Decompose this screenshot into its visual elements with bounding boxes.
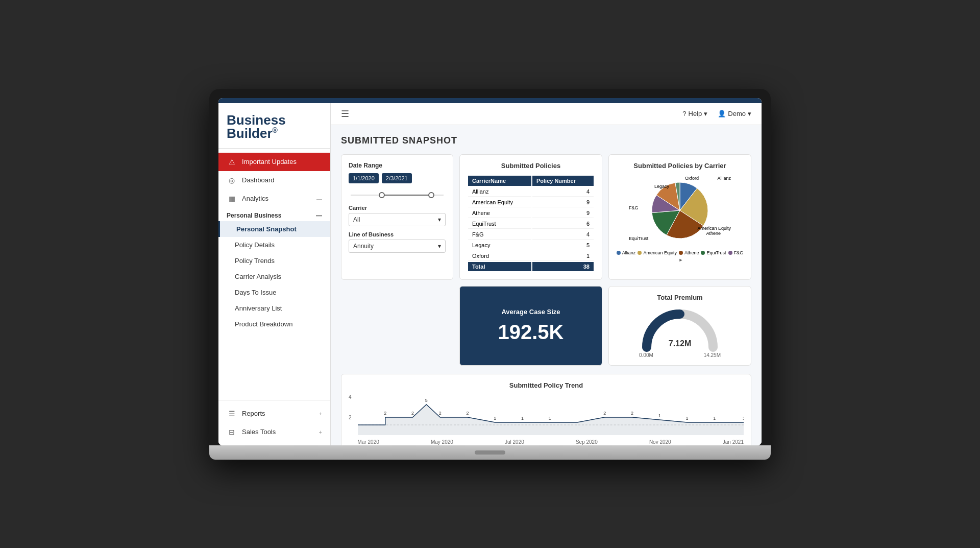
sidebar-item-days-to-issue[interactable]: Days To Issue <box>218 284 330 300</box>
sales-tools-icon: ⊟ <box>227 428 237 436</box>
legend-dot-athene <box>679 251 683 255</box>
trend-chart-wrapper: 2 2 5 2 2 1 1 1 2 <box>358 394 744 445</box>
top-bar <box>218 98 762 103</box>
svg-text:1: 1 <box>494 415 496 420</box>
logo-line2: Builder <box>227 126 273 141</box>
legend-dot-equitrust <box>701 251 705 255</box>
col-policy-number: Policy Number <box>532 176 594 186</box>
analytics-icon: ▦ <box>227 195 237 203</box>
svg-text:7.12M: 7.12M <box>669 339 691 348</box>
sidebar-item-anniversary-list[interactable]: Anniversary List <box>218 300 330 316</box>
sidebar-item-important-updates[interactable]: ⚠ Important Updates <box>218 153 330 171</box>
sidebar-item-analytics[interactable]: ▦ Analytics — <box>218 189 330 208</box>
policies-title: Submitted Policies <box>467 162 595 170</box>
svg-text:1: 1 <box>685 415 688 420</box>
svg-text:2: 2 <box>384 410 386 415</box>
sidebar-item-sales-tools[interactable]: ⊟ Sales Tools + <box>218 423 330 441</box>
legend-allianz: Allianz <box>617 250 636 255</box>
reports-expand: + <box>319 411 322 417</box>
pie-wrapper: Oxford Legacy Allianz F&G American Equit… <box>629 175 731 246</box>
label-oxford: Oxford <box>685 176 699 181</box>
lob-select[interactable]: Annuity ▾ <box>349 240 446 253</box>
svg-text:2: 2 <box>466 410 469 415</box>
sales-tools-expand: + <box>319 429 322 435</box>
sidebar-item-dashboard[interactable]: ◎ Dashboard <box>218 171 330 189</box>
table-row: F&G4 <box>468 230 594 240</box>
date-slider[interactable] <box>349 188 446 205</box>
gauge-min: 0.00M <box>639 352 653 358</box>
premium-title: Total Premium <box>616 294 744 301</box>
user-icon: 👤 <box>718 110 726 117</box>
pie-legend: Allianz American Equity At <box>616 250 744 263</box>
carrier-chevron-icon: ▾ <box>438 216 441 223</box>
table-row: EquiTrust6 <box>468 219 594 229</box>
date-to[interactable]: 2/3/2021 <box>382 173 412 183</box>
legend-fg: F&G <box>728 250 744 255</box>
table-row: Legacy5 <box>468 241 594 250</box>
sidebar-item-product-breakdown[interactable]: Product Breakdown <box>218 316 330 332</box>
label-equitrust: EquiTrust <box>629 236 648 241</box>
header-right: ? Help ▾ 👤 Demo ▾ <box>682 110 751 117</box>
date-from[interactable]: 1/1/2020 <box>349 173 379 183</box>
total-premium-card: Total Premium 7.12M <box>608 286 751 366</box>
col-carrier-name: CarrierName <box>468 176 531 186</box>
gauge-container: 7.12M 0.00M 14.25M <box>616 306 744 358</box>
svg-text:1: 1 <box>658 413 660 418</box>
personal-business-section: Personal Business — <box>218 208 330 221</box>
demo-button[interactable]: 👤 Demo ▾ <box>718 110 751 117</box>
logo-builder: Builder® <box>227 127 322 140</box>
sidebar-item-policy-details[interactable]: Policy Details <box>218 237 330 253</box>
carrier-select[interactable]: All ▾ <box>349 213 446 226</box>
trend-y-axis: 4 2 <box>349 394 354 435</box>
sidebar-item-reports[interactable]: ☰ Reports + <box>218 404 330 423</box>
help-label: Help <box>689 110 702 117</box>
logo-area: Business Builder® <box>218 103 330 149</box>
page-title: SUBMITTED SNAPSHOT <box>341 135 751 146</box>
legend-dot-fg <box>728 251 732 255</box>
table-total-row: Total38 <box>468 262 594 271</box>
dashboard-icon: ◎ <box>227 176 237 184</box>
table-row: American Equity9 <box>468 198 594 207</box>
main-content: ☰ ? Help ▾ 👤 Demo ▾ <box>331 103 762 445</box>
svg-text:2: 2 <box>631 410 633 415</box>
label-athene: Athene <box>706 231 721 236</box>
help-button[interactable]: ? Help ▾ <box>682 110 707 117</box>
sidebar-item-carrier-analysis[interactable]: Carrier Analysis <box>218 269 330 284</box>
label-legacy: Legacy <box>654 184 669 189</box>
legend-more: ► <box>679 257 683 263</box>
table-row: Oxford1 <box>468 251 594 261</box>
sidebar-bottom: ☰ Reports + ⊟ Sales Tools + <box>218 400 330 445</box>
warning-icon: ⚠ <box>227 158 237 166</box>
label-allianz: Allianz <box>717 176 731 181</box>
svg-text:2: 2 <box>603 410 606 415</box>
demo-label: Demo <box>728 110 746 117</box>
reports-icon: ☰ <box>227 410 237 418</box>
gauge-range: 0.00M 14.25M <box>639 352 721 358</box>
trend-card: Submitted Policy Trend 4 2 <box>341 374 751 445</box>
legend-athene: Athene <box>679 250 699 255</box>
submitted-policies-card: Submitted Policies CarrierName Policy Nu… <box>459 154 602 280</box>
svg-text:5: 5 <box>425 397 427 402</box>
table-row: Athene9 <box>468 208 594 218</box>
analytics-expand: — <box>316 196 322 202</box>
trend-svg: 2 2 5 2 2 1 1 1 2 <box>358 394 744 435</box>
sidebar-item-label: Dashboard <box>242 176 275 184</box>
carrier-value: All <box>353 216 360 223</box>
sidebar-item-label: Analytics <box>242 195 268 202</box>
trend-body: 4 2 <box>349 394 744 445</box>
main-header: ☰ ? Help ▾ 👤 Demo ▾ <box>331 103 762 125</box>
gauge-svg: 7.12M <box>639 306 721 352</box>
svg-text:2: 2 <box>411 410 414 415</box>
demo-chevron-icon: ▾ <box>748 110 751 117</box>
sidebar-item-label: Important Updates <box>242 158 297 165</box>
hamburger-icon[interactable]: ☰ <box>341 108 349 120</box>
carrier-label: Carrier <box>349 205 446 211</box>
help-circle-icon: ? <box>682 110 686 117</box>
logo-business: Business <box>227 113 322 127</box>
trend-x-labels: Mar 2020 May 2020 Jul 2020 Sep 2020 Nov … <box>358 439 744 445</box>
sidebar-item-policy-trends[interactable]: Policy Trends <box>218 253 330 269</box>
sidebar-item-personal-snapshot[interactable]: Personal Snapshot <box>218 221 330 237</box>
sidebar: Business Builder® ⚠ Important Updates ◎ <box>218 103 331 445</box>
svg-text:1: 1 <box>548 415 551 420</box>
help-chevron-icon: ▾ <box>704 110 707 117</box>
